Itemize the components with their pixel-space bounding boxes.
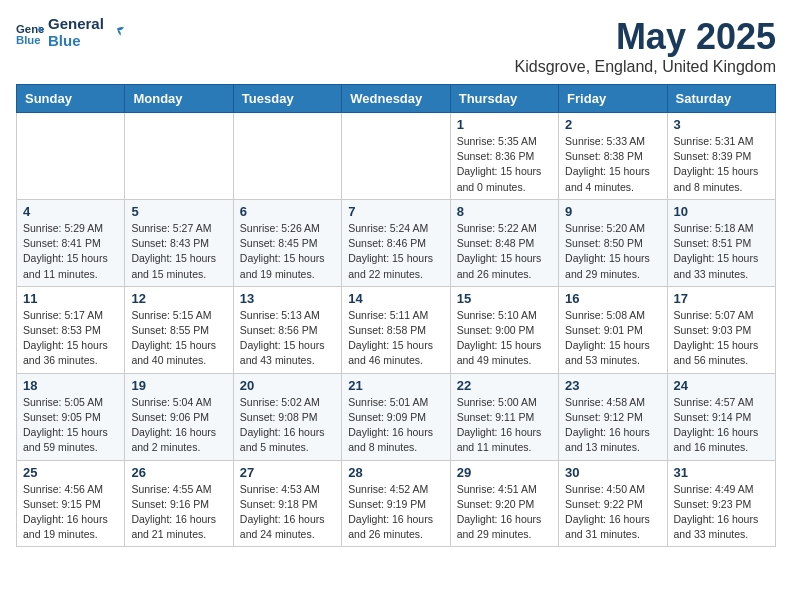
day-info: Sunrise: 5:27 AMSunset: 8:43 PMDaylight:… — [131, 221, 226, 282]
day-info: Sunrise: 4:56 AMSunset: 9:15 PMDaylight:… — [23, 482, 118, 543]
calendar-cell: 29Sunrise: 4:51 AMSunset: 9:20 PMDayligh… — [450, 460, 558, 547]
location-subtitle: Kidsgrove, England, United Kingdom — [515, 58, 777, 76]
calendar-cell: 7Sunrise: 5:24 AMSunset: 8:46 PMDaylight… — [342, 199, 450, 286]
column-header-tuesday: Tuesday — [233, 85, 341, 113]
calendar-cell: 11Sunrise: 5:17 AMSunset: 8:53 PMDayligh… — [17, 286, 125, 373]
day-info: Sunrise: 5:22 AMSunset: 8:48 PMDaylight:… — [457, 221, 552, 282]
calendar-cell: 3Sunrise: 5:31 AMSunset: 8:39 PMDaylight… — [667, 113, 775, 200]
logo-icon: General Blue — [16, 19, 44, 47]
day-number: 6 — [240, 204, 335, 219]
day-info: Sunrise: 5:11 AMSunset: 8:58 PMDaylight:… — [348, 308, 443, 369]
calendar-table: SundayMondayTuesdayWednesdayThursdayFrid… — [16, 84, 776, 547]
column-header-saturday: Saturday — [667, 85, 775, 113]
day-number: 15 — [457, 291, 552, 306]
day-info: Sunrise: 4:52 AMSunset: 9:19 PMDaylight:… — [348, 482, 443, 543]
day-number: 11 — [23, 291, 118, 306]
calendar-cell: 20Sunrise: 5:02 AMSunset: 9:08 PMDayligh… — [233, 373, 341, 460]
day-info: Sunrise: 5:18 AMSunset: 8:51 PMDaylight:… — [674, 221, 769, 282]
calendar-cell: 17Sunrise: 5:07 AMSunset: 9:03 PMDayligh… — [667, 286, 775, 373]
day-info: Sunrise: 5:24 AMSunset: 8:46 PMDaylight:… — [348, 221, 443, 282]
day-number: 7 — [348, 204, 443, 219]
day-info: Sunrise: 4:49 AMSunset: 9:23 PMDaylight:… — [674, 482, 769, 543]
day-info: Sunrise: 5:29 AMSunset: 8:41 PMDaylight:… — [23, 221, 118, 282]
day-number: 8 — [457, 204, 552, 219]
day-number: 10 — [674, 204, 769, 219]
calendar-cell — [342, 113, 450, 200]
calendar-week-2: 4Sunrise: 5:29 AMSunset: 8:41 PMDaylight… — [17, 199, 776, 286]
calendar-cell: 8Sunrise: 5:22 AMSunset: 8:48 PMDaylight… — [450, 199, 558, 286]
day-info: Sunrise: 5:04 AMSunset: 9:06 PMDaylight:… — [131, 395, 226, 456]
calendar-cell: 12Sunrise: 5:15 AMSunset: 8:55 PMDayligh… — [125, 286, 233, 373]
day-info: Sunrise: 5:33 AMSunset: 8:38 PMDaylight:… — [565, 134, 660, 195]
column-header-monday: Monday — [125, 85, 233, 113]
day-info: Sunrise: 5:01 AMSunset: 9:09 PMDaylight:… — [348, 395, 443, 456]
day-info: Sunrise: 5:15 AMSunset: 8:55 PMDaylight:… — [131, 308, 226, 369]
day-number: 24 — [674, 378, 769, 393]
day-number: 28 — [348, 465, 443, 480]
logo: General Blue General Blue — [16, 16, 126, 49]
calendar-cell — [233, 113, 341, 200]
calendar-cell: 28Sunrise: 4:52 AMSunset: 9:19 PMDayligh… — [342, 460, 450, 547]
calendar-header-row: SundayMondayTuesdayWednesdayThursdayFrid… — [17, 85, 776, 113]
calendar-cell: 27Sunrise: 4:53 AMSunset: 9:18 PMDayligh… — [233, 460, 341, 547]
column-header-friday: Friday — [559, 85, 667, 113]
calendar-week-5: 25Sunrise: 4:56 AMSunset: 9:15 PMDayligh… — [17, 460, 776, 547]
day-info: Sunrise: 4:55 AMSunset: 9:16 PMDaylight:… — [131, 482, 226, 543]
page-header: General Blue General Blue May 2025 Kidsg… — [16, 16, 776, 76]
calendar-cell: 26Sunrise: 4:55 AMSunset: 9:16 PMDayligh… — [125, 460, 233, 547]
day-number: 26 — [131, 465, 226, 480]
month-title: May 2025 — [515, 16, 777, 58]
day-info: Sunrise: 5:02 AMSunset: 9:08 PMDaylight:… — [240, 395, 335, 456]
day-number: 31 — [674, 465, 769, 480]
calendar-cell: 22Sunrise: 5:00 AMSunset: 9:11 PMDayligh… — [450, 373, 558, 460]
day-info: Sunrise: 5:13 AMSunset: 8:56 PMDaylight:… — [240, 308, 335, 369]
calendar-cell: 30Sunrise: 4:50 AMSunset: 9:22 PMDayligh… — [559, 460, 667, 547]
calendar-cell: 4Sunrise: 5:29 AMSunset: 8:41 PMDaylight… — [17, 199, 125, 286]
day-number: 18 — [23, 378, 118, 393]
day-number: 27 — [240, 465, 335, 480]
day-info: Sunrise: 5:26 AMSunset: 8:45 PMDaylight:… — [240, 221, 335, 282]
day-info: Sunrise: 5:31 AMSunset: 8:39 PMDaylight:… — [674, 134, 769, 195]
day-number: 4 — [23, 204, 118, 219]
day-info: Sunrise: 5:05 AMSunset: 9:05 PMDaylight:… — [23, 395, 118, 456]
day-number: 30 — [565, 465, 660, 480]
day-info: Sunrise: 4:51 AMSunset: 9:20 PMDaylight:… — [457, 482, 552, 543]
calendar-cell: 10Sunrise: 5:18 AMSunset: 8:51 PMDayligh… — [667, 199, 775, 286]
day-info: Sunrise: 5:20 AMSunset: 8:50 PMDaylight:… — [565, 221, 660, 282]
day-number: 17 — [674, 291, 769, 306]
day-number: 2 — [565, 117, 660, 132]
calendar-cell: 24Sunrise: 4:57 AMSunset: 9:14 PMDayligh… — [667, 373, 775, 460]
title-block: May 2025 Kidsgrove, England, United King… — [515, 16, 777, 76]
calendar-cell: 5Sunrise: 5:27 AMSunset: 8:43 PMDaylight… — [125, 199, 233, 286]
day-info: Sunrise: 4:58 AMSunset: 9:12 PMDaylight:… — [565, 395, 660, 456]
column-header-sunday: Sunday — [17, 85, 125, 113]
calendar-week-1: 1Sunrise: 5:35 AMSunset: 8:36 PMDaylight… — [17, 113, 776, 200]
calendar-cell — [17, 113, 125, 200]
column-header-wednesday: Wednesday — [342, 85, 450, 113]
day-number: 12 — [131, 291, 226, 306]
calendar-cell — [125, 113, 233, 200]
calendar-week-3: 11Sunrise: 5:17 AMSunset: 8:53 PMDayligh… — [17, 286, 776, 373]
calendar-cell: 19Sunrise: 5:04 AMSunset: 9:06 PMDayligh… — [125, 373, 233, 460]
calendar-cell: 25Sunrise: 4:56 AMSunset: 9:15 PMDayligh… — [17, 460, 125, 547]
day-number: 5 — [131, 204, 226, 219]
day-number: 25 — [23, 465, 118, 480]
day-info: Sunrise: 4:57 AMSunset: 9:14 PMDaylight:… — [674, 395, 769, 456]
calendar-week-4: 18Sunrise: 5:05 AMSunset: 9:05 PMDayligh… — [17, 373, 776, 460]
day-number: 9 — [565, 204, 660, 219]
day-number: 16 — [565, 291, 660, 306]
day-number: 14 — [348, 291, 443, 306]
calendar-cell: 18Sunrise: 5:05 AMSunset: 9:05 PMDayligh… — [17, 373, 125, 460]
calendar-cell: 6Sunrise: 5:26 AMSunset: 8:45 PMDaylight… — [233, 199, 341, 286]
day-number: 29 — [457, 465, 552, 480]
day-number: 22 — [457, 378, 552, 393]
calendar-cell: 9Sunrise: 5:20 AMSunset: 8:50 PMDaylight… — [559, 199, 667, 286]
calendar-cell: 31Sunrise: 4:49 AMSunset: 9:23 PMDayligh… — [667, 460, 775, 547]
day-info: Sunrise: 5:08 AMSunset: 9:01 PMDaylight:… — [565, 308, 660, 369]
calendar-cell: 23Sunrise: 4:58 AMSunset: 9:12 PMDayligh… — [559, 373, 667, 460]
svg-text:Blue: Blue — [16, 33, 41, 45]
day-number: 21 — [348, 378, 443, 393]
calendar-cell: 21Sunrise: 5:01 AMSunset: 9:09 PMDayligh… — [342, 373, 450, 460]
calendar-cell: 14Sunrise: 5:11 AMSunset: 8:58 PMDayligh… — [342, 286, 450, 373]
day-info: Sunrise: 4:50 AMSunset: 9:22 PMDaylight:… — [565, 482, 660, 543]
